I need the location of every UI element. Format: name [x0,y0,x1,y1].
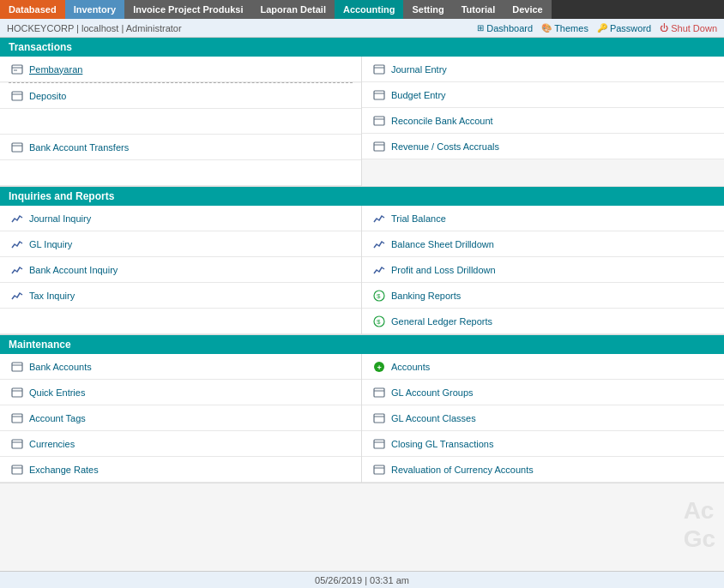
nav-setting[interactable]: Setting [403,0,452,19]
journal-inquiry-icon [10,212,24,225]
currencies-icon [10,437,24,451]
journal-entry-item[interactable]: Journal Entry [362,57,724,82]
journal-inquiry-label: Journal Inquiry [29,213,91,224]
revenue-accruals-item[interactable]: Revenue / Costs Accruals [362,134,724,159]
empty-row-1 [0,109,361,135]
pembayaran-item[interactable]: Pembayaran [0,57,361,82]
accounts-label: Accounts [391,362,430,372]
svg-rect-25 [12,440,22,448]
deposito-icon [10,89,24,103]
svg-rect-19 [12,363,22,371]
maintenance-columns: Bank Accounts Quick Entries Account Tags… [0,354,724,483]
profit-loss-label: Profit and Loss Drilldown [391,265,496,275]
nav-tutorial[interactable]: Tutorial [453,0,504,19]
svg-text:$: $ [377,292,381,300]
trial-balance-item[interactable]: Trial Balance [362,206,724,231]
currencies-label: Currencies [29,439,75,449]
maintenance-left: Bank Accounts Quick Entries Account Tags… [0,354,362,483]
maintenance-right: + Accounts GL Account Groups GL Account … [362,354,724,483]
gl-account-classes-item[interactable]: GL Account Classes [362,405,724,431]
nav-databased[interactable]: Databased [0,0,65,19]
banking-reports-icon: $ [372,289,386,303]
empty-row-2 [0,160,361,186]
budget-entry-item[interactable]: Budget Entry [362,82,724,108]
transactions-left: Pembayaran Deposito Bank Account Transfe… [0,57,362,186]
company-info: HOCKEYCORP | localhost | Administrator [7,23,182,33]
nav-invoice[interactable]: Invoice Project Produksi [124,0,251,19]
account-tags-item[interactable]: Account Tags [0,405,361,431]
balance-sheet-item[interactable]: Balance Sheet Drilldown [362,231,724,257]
transactions-right: Journal Entry Budget Entry Reconcile Ban… [362,57,724,186]
revaluation-label: Revaluation of Currency Accounts [391,465,534,475]
inquiries-columns: Journal Inquiry GL Inquiry Bank Account … [0,206,724,335]
svg-rect-13 [374,142,384,151]
general-ledger-reports-icon: $ [372,315,386,328]
svg-text:+: + [377,363,382,371]
password-button[interactable]: 🔑 Password [597,23,651,33]
bank-account-inquiry-item[interactable]: Bank Account Inquiry [0,257,361,283]
dashboard-button[interactable]: ⊞ Dashboard [477,23,533,33]
budget-entry-icon [372,88,386,102]
bank-accounts-item[interactable]: Bank Accounts [0,354,361,380]
accounts-item[interactable]: + Accounts [362,354,724,380]
shutdown-icon: ⏻ [660,23,668,33]
tax-inquiry-item[interactable]: Tax Inquiry [0,283,361,309]
revenue-accruals-label: Revenue / Costs Accruals [391,141,499,152]
accounts-icon: + [372,360,386,374]
revaluation-icon [372,463,386,477]
svg-rect-5 [12,143,22,152]
nav-laporan[interactable]: Laporan Detail [252,0,335,19]
journal-inquiry-item[interactable]: Journal Inquiry [0,206,361,231]
svg-rect-0 [12,65,22,74]
trial-balance-icon [372,212,386,225]
profit-loss-item[interactable]: Profit and Loss Drilldown [362,257,724,283]
bank-transfer-item[interactable]: Bank Account Transfers [0,135,361,160]
gl-inquiry-icon [10,237,24,251]
bank-accounts-icon [10,360,24,374]
bank-transfer-label: Bank Account Transfers [29,142,129,153]
quick-entries-item[interactable]: Quick Entries [0,380,361,405]
themes-button[interactable]: 🎨 Themes [541,23,588,33]
bank-transfer-icon [10,141,24,154]
gl-account-classes-icon [372,411,386,425]
footer: 05/26/2019 | 03:31 am [0,571,724,588]
shutdown-button[interactable]: ⏻ Shut Down [660,23,717,33]
reconcile-item[interactable]: Reconcile Bank Account [362,108,724,134]
exchange-rates-item[interactable]: Exchange Rates [0,457,361,483]
gl-account-groups-item[interactable]: GL Account Groups [362,380,724,405]
journal-entry-icon [372,63,386,76]
general-ledger-reports-item[interactable]: $ General Ledger Reports [362,309,724,334]
budget-entry-label: Budget Entry [391,90,446,100]
exchange-rates-icon [10,463,24,477]
currencies-item[interactable]: Currencies [0,431,361,457]
closing-gl-item[interactable]: Closing GL Transactions [362,431,724,457]
nav-accounting[interactable]: Accounting [335,0,404,19]
svg-rect-31 [374,388,384,397]
nav-device[interactable]: Device [504,0,551,19]
svg-rect-23 [12,414,22,423]
svg-rect-27 [12,465,22,474]
pembayaran-icon [10,63,24,76]
profit-loss-icon [372,263,386,277]
gl-account-groups-icon [372,386,386,399]
journal-entry-label: Journal Entry [391,64,447,75]
tax-inquiry-label: Tax Inquiry [29,291,75,301]
svg-text:$: $ [377,318,381,326]
account-tags-icon [10,411,24,425]
general-ledger-reports-label: General Ledger Reports [391,316,492,327]
deposito-item[interactable]: Deposito [0,83,361,109]
svg-rect-7 [374,65,384,74]
header-actions: ⊞ Dashboard 🎨 Themes 🔑 Password ⏻ Shut D… [477,23,717,33]
banking-reports-item[interactable]: $ Banking Reports [362,283,724,309]
reconcile-label: Reconcile Bank Account [391,116,493,126]
themes-icon: 🎨 [541,23,552,33]
banking-reports-label: Banking Reports [391,291,461,301]
revaluation-item[interactable]: Revaluation of Currency Accounts [362,457,724,483]
tax-inquiry-icon [10,289,24,303]
account-tags-label: Account Tags [29,413,86,423]
gl-account-classes-label: GL Account Classes [391,413,476,423]
svg-rect-21 [12,388,22,397]
nav-inventory[interactable]: Inventory [65,0,125,19]
gl-inquiry-item[interactable]: GL Inquiry [0,231,361,257]
bank-accounts-label: Bank Accounts [29,362,92,372]
